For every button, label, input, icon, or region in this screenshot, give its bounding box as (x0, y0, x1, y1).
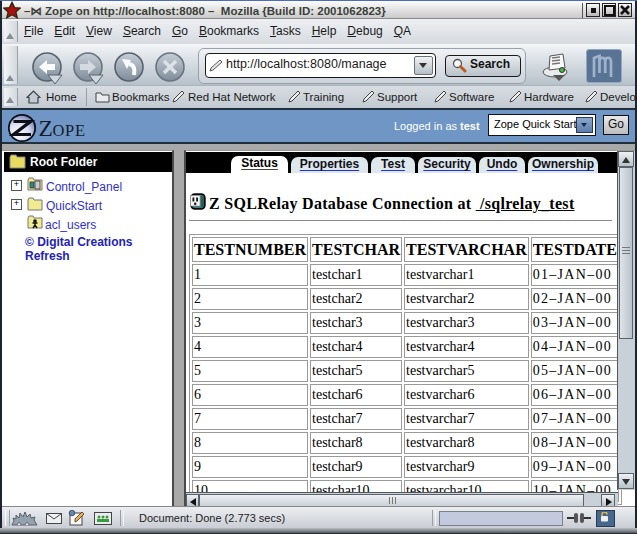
svg-text:Z: Z (39, 115, 53, 141)
svg-text:OPE: OPE (53, 121, 86, 140)
